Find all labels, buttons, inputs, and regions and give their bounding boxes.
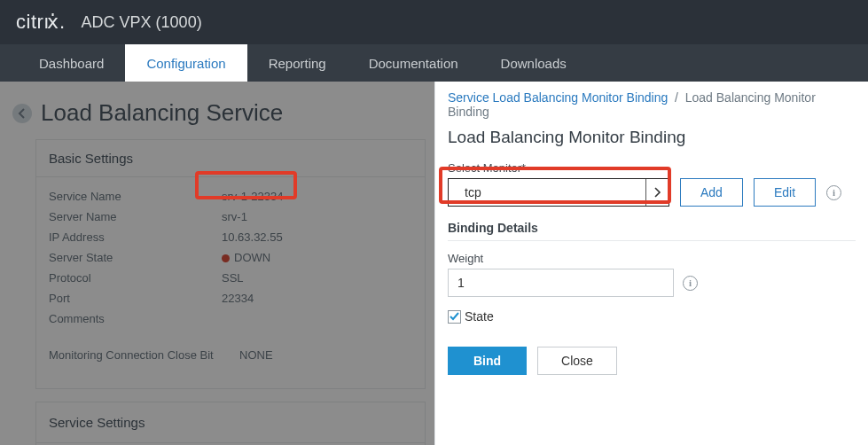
service-settings-card: Service Settings Sure Connect (35, 402, 426, 445)
page-title: Load Balancing Service (41, 99, 283, 127)
close-button[interactable]: Close (537, 347, 617, 375)
bind-button[interactable]: Bind (448, 347, 527, 375)
weight-input[interactable] (448, 269, 674, 297)
status-down-icon (222, 254, 230, 262)
nav-configuration[interactable]: Configuration (125, 44, 246, 82)
back-icon[interactable] (12, 104, 32, 123)
binding-details-heading: Binding Details (448, 221, 856, 241)
row-comments: Comments (49, 312, 412, 325)
state-label: State (465, 309, 494, 324)
row-server-name: Server Namesrv-1 (49, 210, 412, 223)
info-icon[interactable]: i (826, 185, 841, 200)
row-protocol: ProtocolSSL (49, 271, 412, 285)
add-button[interactable]: Add (680, 178, 743, 207)
row-service-name: Service Namesrv-1-22334 (49, 190, 412, 203)
checkbox-checked-icon (448, 310, 461, 324)
breadcrumb: Service Load Balancing Monitor Binding /… (448, 90, 856, 119)
select-monitor-value: tcp (465, 185, 481, 199)
basic-settings-card: Basic Settings Service Namesrv-1-22334 S… (35, 139, 426, 389)
row-server-state: Server StateDOWN (49, 251, 412, 264)
basic-settings-heading: Basic Settings (36, 140, 425, 177)
product-name: ADC VPX (1000) (82, 13, 202, 32)
nav-reporting[interactable]: Reporting (247, 44, 348, 82)
crumb-parent[interactable]: Service Load Balancing Monitor Binding (448, 90, 668, 105)
info-icon[interactable]: i (683, 276, 698, 291)
navbar: Dashboard Configuration Reporting Docume… (0, 44, 868, 82)
weight-label: Weight (448, 252, 856, 265)
brand-logo: citrıẋ. (16, 11, 66, 34)
row-ip-address: IP Address10.63.32.55 (49, 230, 412, 244)
row-port: Port22334 (49, 292, 412, 305)
select-monitor-input[interactable]: tcp (448, 178, 669, 207)
state-checkbox[interactable]: State (448, 309, 856, 324)
nav-downloads[interactable]: Downloads (480, 44, 588, 82)
chevron-right-icon (645, 179, 669, 206)
service-settings-heading: Service Settings (36, 402, 425, 443)
row-mon-close-bit: Monitoring Connection Close BitNONE (49, 348, 412, 362)
nav-documentation[interactable]: Documentation (348, 44, 480, 82)
side-panel: Service Load Balancing Monitor Binding /… (434, 82, 868, 445)
nav-dashboard[interactable]: Dashboard (18, 44, 125, 82)
topbar: citrıẋ. ADC VPX (1000) (0, 0, 868, 44)
edit-button[interactable]: Edit (754, 178, 816, 207)
panel-title: Load Balancing Monitor Binding (448, 128, 856, 147)
select-monitor-label: Select Monitor* (448, 161, 856, 175)
